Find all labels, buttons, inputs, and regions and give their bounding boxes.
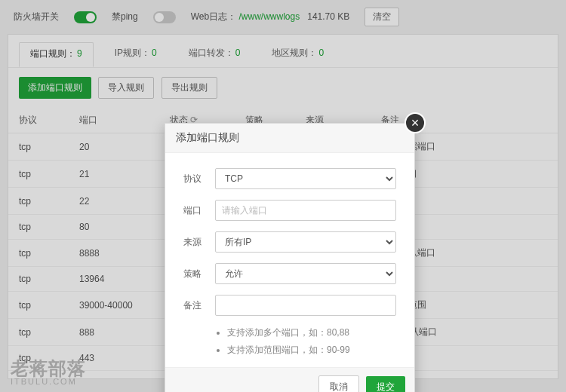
topbar: 防火墙开关 禁ping Web日志： /www/wwwlogs 141.70 K… <box>0 0 566 34</box>
note-input[interactable] <box>215 295 396 316</box>
proto-select[interactable]: TCP <box>215 168 396 189</box>
source-select[interactable]: 所有IP <box>215 231 396 253</box>
cell-port: 21 <box>69 161 159 188</box>
tab-area-rules[interactable]: 地区规则：0 <box>261 42 334 67</box>
cell-port: 22 <box>69 188 159 215</box>
add-port-rule-button[interactable]: 添加端口规则 <box>19 77 91 99</box>
cell-proto: tcp <box>8 188 69 215</box>
cancel-button[interactable]: 取消 <box>318 375 359 392</box>
cell-port: 39000-40000 <box>69 292 159 319</box>
label-note: 备注 <box>183 299 215 312</box>
port-input[interactable] <box>215 200 396 221</box>
hint-item: 支持添加范围端口，如：90-99 <box>227 344 396 357</box>
modal-title: 添加端口规则 <box>165 124 414 153</box>
cell-proto: tcp <box>8 161 69 188</box>
ping-switch-label: 禁ping <box>112 11 138 23</box>
close-icon[interactable]: × <box>405 112 426 133</box>
cell-port: 80 <box>69 215 159 240</box>
clear-log-button[interactable]: 清空 <box>365 8 399 26</box>
cell-proto: tcp <box>8 240 69 267</box>
add-port-rule-modal: 添加端口规则 × 协议 TCP 端口 来源 所有IP 策略 <box>165 123 415 392</box>
tabs: 端口规则：9 IP规则：0 端口转发：0 地区规则：0 <box>8 35 558 68</box>
label-proto: 协议 <box>183 173 215 185</box>
label-source: 来源 <box>183 236 215 249</box>
tab-port-rules[interactable]: 端口规则：9 <box>19 42 94 67</box>
firewall-switch-label: 防火墙开关 <box>14 11 59 23</box>
watermark: 老蒋部落 ITBULU.COM <box>11 360 86 386</box>
col-proto: 协议 <box>8 108 69 133</box>
cell-proto: tcp <box>8 267 69 292</box>
weblog-size: 141.70 KB <box>307 11 349 22</box>
cell-port: 888 <box>69 319 159 346</box>
weblog-label: Web日志： /www/wwwlogs 141.70 KB <box>191 11 350 23</box>
cell-proto: tcp <box>8 215 69 240</box>
tab-port-forward[interactable]: 端口转发：0 <box>178 42 251 67</box>
cell-port: 13964 <box>69 267 159 292</box>
label-policy: 策略 <box>183 268 215 280</box>
hint-item: 支持添加多个端口，如：80,88 <box>227 326 396 339</box>
cell-proto: tcp <box>8 292 69 319</box>
submit-button[interactable]: 提交 <box>366 376 405 392</box>
export-rules-button[interactable]: 导出规则 <box>161 77 217 99</box>
cell-port: 8888 <box>69 240 159 267</box>
cell-proto: tcp <box>8 319 69 346</box>
col-port: 端口 <box>69 108 159 133</box>
toolbar: 添加端口规则 导入规则 导出规则 <box>8 68 558 108</box>
firewall-switch[interactable] <box>74 11 97 23</box>
cell-port: 20 <box>69 133 159 161</box>
hints: 支持添加多个端口，如：80,88 支持添加范围端口，如：90-99 <box>183 326 396 357</box>
label-port: 端口 <box>183 204 215 217</box>
cell-proto: tcp <box>8 133 69 161</box>
ping-switch[interactable] <box>153 11 176 23</box>
policy-select[interactable]: 允许 <box>215 263 396 284</box>
import-rules-button[interactable]: 导入规则 <box>98 77 154 99</box>
tab-ip-rules[interactable]: IP规则：0 <box>104 42 168 67</box>
weblog-path[interactable]: /www/wwwlogs <box>239 11 300 22</box>
